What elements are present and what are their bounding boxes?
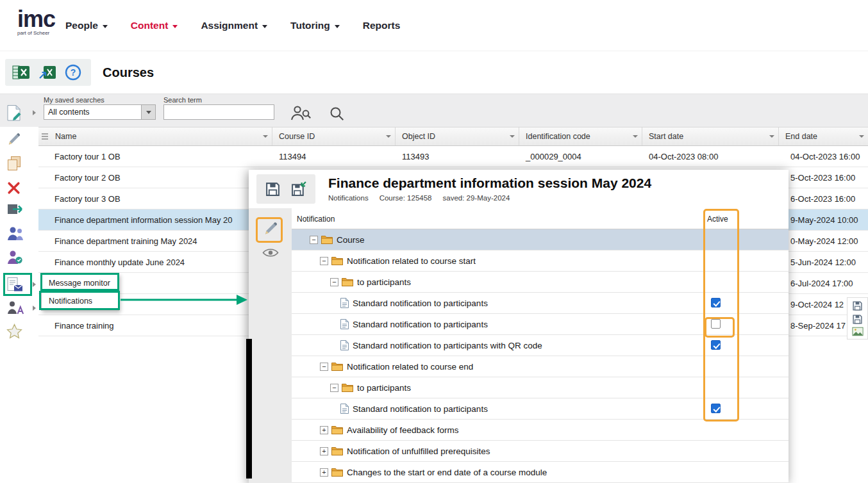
collapse-icon[interactable]: − xyxy=(320,257,328,265)
chevron-down-icon xyxy=(146,111,151,114)
modal-title: Finance department information session M… xyxy=(328,176,651,191)
column-header-start-date[interactable]: Start date xyxy=(642,127,779,145)
active-checkbox[interactable] xyxy=(711,404,721,413)
tree-row-label: Standard notification to participants xyxy=(353,404,488,414)
tree-row-label: Standard notification to participants xyxy=(353,299,488,308)
cell-start_date: 04-Oct-2023 08:00 xyxy=(642,152,779,161)
cell-identification_code: _000029_0004 xyxy=(519,152,642,161)
logo-subtext: part of Scheer xyxy=(17,31,55,36)
column-header-name[interactable]: Name xyxy=(38,127,272,145)
nav-item-assignment[interactable]: Assignment xyxy=(201,20,267,31)
active-checkbox[interactable] xyxy=(711,298,721,307)
collapse-icon[interactable]: − xyxy=(310,236,318,244)
tree-row[interactable]: −Notification related to course end xyxy=(292,356,789,377)
cell-end_date: 6-Jul-2024 17:00 xyxy=(779,279,868,288)
submenu-arrow-icon xyxy=(33,306,36,311)
document-icon xyxy=(340,319,349,329)
message-monitor-icon[interactable] xyxy=(6,275,29,294)
nav-item-content[interactable]: Content xyxy=(131,20,178,31)
search-term-input[interactable] xyxy=(163,104,274,120)
star-icon[interactable] xyxy=(6,322,29,341)
imc-logo[interactable]: imc part of Scheer xyxy=(17,8,55,36)
page-title: Courses xyxy=(103,65,154,80)
modal-subtitle: Notifications Course: 125458 saved: 29-M… xyxy=(328,194,510,202)
cell-end_date: 5-Oct-2023 16:00 xyxy=(779,173,868,183)
modal-left-toolbar xyxy=(249,208,292,483)
row-actions-panel xyxy=(847,297,868,340)
collapse-icon[interactable]: − xyxy=(330,278,338,286)
tree-row[interactable]: Standard notification to participants xyxy=(292,293,789,314)
nav-item-label: Tutoring xyxy=(290,20,330,31)
person-ruler-icon[interactable] xyxy=(6,299,29,318)
active-checkbox[interactable] xyxy=(711,340,721,350)
cell-name: Factory tour 3 OB xyxy=(38,194,272,204)
modal-breadcrumb: Notifications xyxy=(328,194,369,202)
excel-export-icon[interactable] xyxy=(12,64,30,81)
save-icon[interactable] xyxy=(852,314,863,325)
search-icon[interactable] xyxy=(329,106,345,124)
export-action-group: ? xyxy=(5,59,91,86)
tree-row[interactable]: −Notification related to course start xyxy=(292,250,789,272)
export-arrow-icon[interactable] xyxy=(6,200,29,219)
cell-name: Factory tour 2 OB xyxy=(38,173,272,183)
column-header-end-date[interactable]: End date xyxy=(779,127,868,145)
people-icon[interactable] xyxy=(6,224,29,243)
menu-item-message-monitor[interactable]: Message monitor xyxy=(42,274,119,292)
tree-row[interactable]: Standard notification to participants xyxy=(292,398,789,420)
help-icon[interactable]: ? xyxy=(65,64,81,81)
tree-row-label: Notification related to course end xyxy=(347,362,473,372)
column-header-object-id[interactable]: Object ID xyxy=(396,127,519,145)
copy-icon[interactable] xyxy=(6,154,29,173)
select-dropdown-button[interactable] xyxy=(141,105,155,119)
collapse-icon[interactable]: − xyxy=(330,384,338,392)
expand-icon[interactable]: + xyxy=(320,447,328,455)
photo-icon[interactable] xyxy=(852,327,864,336)
tree-row[interactable]: −Course xyxy=(292,229,789,250)
tree-row-label: Notification of unfulfilled prerequisite… xyxy=(347,446,490,456)
save-and-transfer-icon[interactable] xyxy=(291,181,307,197)
document-icon xyxy=(340,404,349,414)
column-header-course-id[interactable]: Course ID xyxy=(272,127,396,145)
folder-icon xyxy=(342,277,353,286)
folder-icon xyxy=(342,383,353,392)
nav-item-people[interactable]: People xyxy=(65,20,108,31)
expand-icon[interactable]: + xyxy=(320,426,328,434)
column-label: Course ID xyxy=(279,132,315,141)
nav-item-label: Reports xyxy=(363,20,401,31)
nav-item-tutoring[interactable]: Tutoring xyxy=(290,20,340,31)
notifications-modal: Finance department information session M… xyxy=(249,170,789,483)
save-icon[interactable] xyxy=(852,300,863,311)
table-header-row: Name Course ID Object ID Identification … xyxy=(38,127,868,146)
column-header-identification-code[interactable]: Identification code xyxy=(519,127,642,145)
help-glyph: ? xyxy=(71,67,76,78)
edit-pencil-icon[interactable] xyxy=(263,221,278,236)
tree-row[interactable]: +Notification of unfulfilled prerequisit… xyxy=(292,441,789,462)
tree-row[interactable]: +Changes to the start or end date of a c… xyxy=(292,462,789,483)
chevron-down-icon xyxy=(335,25,340,28)
modal-course-ref: Course: 125458 xyxy=(380,194,432,202)
folder-icon xyxy=(321,235,333,244)
active-checkbox[interactable] xyxy=(711,319,721,329)
edit-pencil-icon[interactable] xyxy=(6,129,29,149)
excel-import-icon[interactable] xyxy=(38,64,56,81)
tree-row[interactable]: −to participants xyxy=(292,377,789,398)
tree-row[interactable]: −to participants xyxy=(292,272,789,293)
delete-x-icon[interactable] xyxy=(6,178,29,197)
expand-icon[interactable]: + xyxy=(320,468,328,477)
preview-eye-icon[interactable] xyxy=(262,247,279,258)
collapse-icon[interactable]: − xyxy=(320,363,328,371)
table-row[interactable]: Factory tour 1 OB113494113493_000029_000… xyxy=(38,146,868,167)
cell-end_date: 9-May-2024 10:00 xyxy=(779,215,868,225)
person-search-icon[interactable] xyxy=(290,104,312,124)
create-document-icon[interactable] xyxy=(6,103,29,122)
nav-item-reports[interactable]: Reports xyxy=(363,20,401,31)
menu-item-notifications[interactable]: Notifications xyxy=(42,292,119,310)
submenu-arrow-icon xyxy=(33,110,36,115)
saved-searches-select[interactable]: All contents xyxy=(44,104,156,120)
tree-row[interactable]: Standard notification to participants xyxy=(292,314,789,335)
person-check-icon[interactable] xyxy=(6,247,29,266)
save-icon[interactable] xyxy=(265,181,281,197)
tree-row[interactable]: +Availability of feedback forms xyxy=(292,420,789,441)
tree-row[interactable]: Standard notification to participants wi… xyxy=(292,335,789,356)
chevron-down-icon xyxy=(103,25,108,28)
